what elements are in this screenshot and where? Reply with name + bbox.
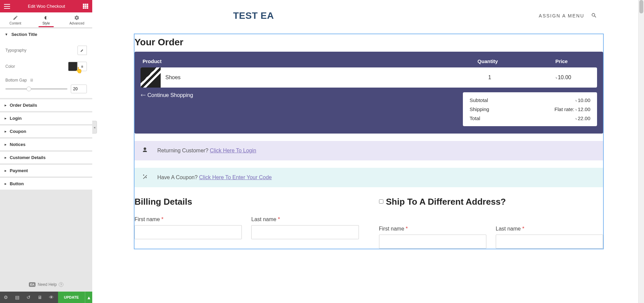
caret-down-icon: ▼ — [5, 33, 8, 36]
style-icon — [44, 15, 49, 20]
billing-title: Billing Details — [135, 197, 359, 207]
coupon-link[interactable]: Click Here To Enter Your Code — [199, 174, 272, 180]
editor-tabs: Content Style Advanced — [0, 12, 92, 27]
col-product: Product — [143, 58, 447, 64]
ship-last-input[interactable] — [496, 235, 603, 249]
tab-content[interactable]: Content — [0, 12, 31, 27]
site-logo: TEST EA — [233, 10, 274, 21]
caret-right-icon: ▸ — [5, 103, 6, 107]
sidebar-header: Edit Woo Checkout — [0, 0, 92, 12]
billing-last-label: Last name * — [251, 216, 359, 222]
order-line-item: Shoes 1 ৳10.00 — [141, 67, 597, 88]
settings-icon[interactable]: ⚙ — [0, 292, 11, 303]
tab-style[interactable]: Style — [31, 12, 62, 27]
sidebar-title: Edit Woo Checkout — [28, 4, 65, 9]
panel-notices: ▸Notices — [0, 139, 92, 150]
collapse-sidebar[interactable]: ◂ — [92, 121, 97, 134]
update-button[interactable]: UPDATE — [58, 292, 85, 303]
billing-first-label: First name * — [135, 216, 242, 222]
history-icon[interactable]: ↺ — [23, 292, 34, 303]
col-price: Price — [528, 58, 595, 64]
preview-icon[interactable]: 👁 — [46, 292, 57, 303]
need-help[interactable]: EA Need Help ? — [0, 277, 92, 292]
col-quantity: Quantity — [447, 58, 528, 64]
menu-icon[interactable] — [4, 4, 10, 9]
ea-badge-icon: EA — [29, 282, 36, 287]
color-clear[interactable] — [77, 62, 87, 71]
product-qty: 1 — [449, 74, 530, 81]
order-box: Product Quantity Price Shoes 1 ৳10.00 🡐 … — [135, 52, 603, 134]
panel-login: ▸Login — [0, 112, 92, 124]
panel-order-details: ▸Order Details — [0, 99, 92, 111]
bottom-gap-input[interactable] — [71, 85, 87, 93]
panel-button: ▸Button — [0, 178, 92, 190]
bottom-gap-row: Bottom Gap 🖥 — [5, 74, 87, 83]
preview-canvas: TEST EA ASSIGN A MENU Your Order Product… — [92, 0, 644, 303]
assign-menu-link[interactable]: ASSIGN A MENU — [539, 13, 584, 18]
billing-last-input[interactable] — [251, 225, 359, 239]
help-icon: ? — [59, 282, 63, 287]
order-totals: Subtotal৳10.00 ShippingFlat rate: ৳12.00… — [463, 92, 597, 126]
responsive-icon[interactable]: 🖥 — [34, 292, 46, 303]
percent-icon — [142, 174, 148, 181]
navigator-icon[interactable]: ▤ — [11, 292, 23, 303]
ship-first-label: First name * — [379, 226, 486, 232]
caret-right-icon: ▸ — [5, 130, 6, 133]
caret-right-icon: ▸ — [5, 182, 6, 186]
update-dropdown[interactable]: ▴ — [85, 292, 92, 303]
tab-advanced[interactable]: Advanced — [61, 12, 92, 27]
shipping-title: Ship To A Different Address? — [386, 197, 506, 207]
product-name: Shoes — [161, 74, 449, 81]
your-order-heading: Your Order — [135, 34, 603, 52]
pencil-icon — [13, 15, 18, 20]
gear-icon — [74, 15, 79, 20]
product-thumb — [141, 67, 161, 88]
search-icon[interactable] — [591, 12, 597, 19]
shipping-column: Ship To A Different Address? First name … — [379, 197, 603, 249]
ship-different-checkbox[interactable] — [379, 199, 383, 204]
ship-last-label: Last name * — [496, 226, 603, 232]
editor-sidebar: Edit Woo Checkout Content Style Advanced… — [0, 0, 92, 303]
panel-section-title: ▼Section Title Typography Color — [0, 29, 92, 98]
panel-head-section-title[interactable]: ▼Section Title — [0, 29, 92, 40]
billing-column: Billing Details First name * Last name * — [135, 197, 359, 249]
caret-right-icon: ▸ — [5, 143, 6, 146]
login-link[interactable]: Click Here To Login — [210, 148, 256, 153]
caret-right-icon: ▸ — [5, 116, 6, 120]
desktop-icon[interactable]: 🖥 — [30, 78, 34, 83]
ship-first-input[interactable] — [379, 235, 486, 249]
slider-thumb[interactable] — [26, 87, 31, 91]
product-price: ৳10.00 — [530, 74, 597, 81]
panel-payment: ▸Payment — [0, 165, 92, 176]
caret-right-icon: ▸ — [5, 156, 6, 159]
site-header: TEST EA ASSIGN A MENU — [92, 0, 644, 32]
typography-edit[interactable] — [77, 46, 87, 55]
panel-coupon: ▸Coupon — [0, 125, 92, 137]
coupon-notice: Have A Coupon? Click Here To Enter Your … — [135, 168, 603, 187]
caret-right-icon: ▸ — [5, 169, 6, 172]
user-icon — [142, 147, 148, 154]
bottom-toolbar: ⚙ ▤ ↺ 🖥 👁 UPDATE ▴ — [0, 292, 92, 303]
pencil-icon — [80, 48, 84, 52]
bottom-gap-slider[interactable] — [5, 83, 87, 93]
continue-shopping-link[interactable]: 🡐 Continue Shopping — [141, 92, 193, 98]
widget-frame[interactable]: Your Order Product Quantity Price Shoes … — [134, 34, 604, 249]
color-row: Color — [5, 58, 87, 74]
apps-icon[interactable] — [83, 4, 88, 9]
typography-row: Typography — [5, 42, 87, 58]
clear-icon — [80, 64, 84, 68]
login-notice: Returning Customer? Click Here To Login — [135, 141, 603, 160]
billing-first-input[interactable] — [135, 225, 242, 239]
panel-customer-details: ▸Customer Details — [0, 152, 92, 163]
color-swatch[interactable] — [68, 62, 77, 71]
